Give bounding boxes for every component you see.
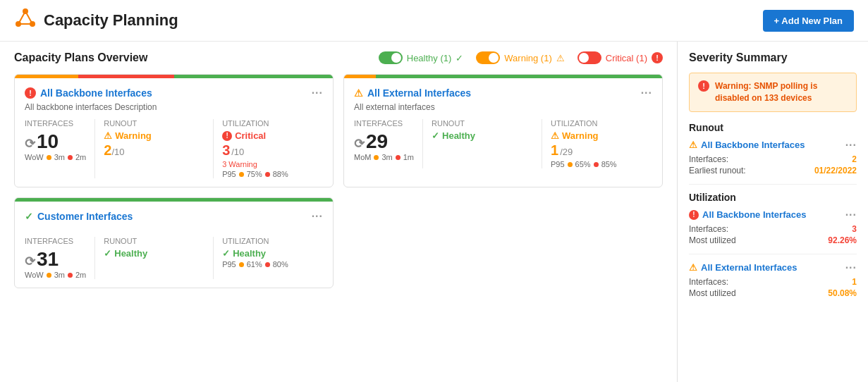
customer-runout-block: ✓ Healthy [104,248,204,259]
external-metrics: Interfaces ⟳ 29 MoM 3m 1m [354,119,652,168]
sev-runout-backbone-more[interactable]: ··· [845,139,857,152]
cust-iface-label: Interfaces [25,237,86,245]
ext-iface-label: Interfaces [354,119,414,128]
sev-util-backbone-iface-row: Interfaces: 3 [689,224,857,234]
status-warning-filter[interactable]: Warning (1) ⚠ [476,51,564,64]
backbone-title: ! All Backbone Interfaces [25,87,152,99]
right-panel: Severity Summary ! Warning: SNMP polling… [677,42,868,382]
sev-runout-backbone-header: ⚠ All Backbone Interfaces ··· [689,139,857,152]
dot-3m [47,155,51,160]
external-title: ⚠ All External Interfaces [354,87,471,99]
backbone-p95: P95 75% 88% [222,170,323,178]
sev-util-external-iface-row: Interfaces: 1 [689,277,857,287]
sev-util-external-util-value: 50.08% [828,288,857,298]
runout-warning-icon: ⚠ [104,130,112,141]
sev-util-external-title: ⚠ All External Interfaces [689,262,797,273]
ext-util-warning-icon: ⚠ [551,130,559,141]
backbone-util-label: Utilization [222,119,323,128]
backbone-runout-fraction: 2/10 [104,142,204,159]
external-runout-block: ✓ Healthy [432,130,533,141]
sev-util-backbone-more[interactable]: ··· [845,209,857,221]
main-content: Capacity Plans Overview Healthy (1) ✓ [0,42,868,382]
external-util-block: ⚠ Warning 1/29 P95 65% [551,130,652,168]
backbone-desc: All backbone interfaces Description [25,102,323,112]
util-critical-icon: ! [222,131,232,141]
dot-2m [68,155,73,160]
severity-runout-backbone: ⚠ All Backbone Interfaces ··· Interfaces… [689,139,857,185]
status-critical-filter[interactable]: Critical (1) ! [577,51,663,64]
cust-util-label: Utilization [222,237,323,245]
backbone-iface-value: ⟳ 10 [25,130,86,153]
alert-critical-icon: ! [698,80,709,92]
customer-metrics: Interfaces ⟳ 31 WoW 3m 2m [25,237,323,279]
cust-iface-value: ⟳ 31 [25,248,86,271]
card-backbone: ! All Backbone Interfaces ··· All backbo… [14,74,334,187]
healthy-toggle-knob [391,53,401,63]
overview-title: Capacity Plans Overview [14,51,147,64]
customer-title: ✓ Customer Interfaces [25,211,133,222]
sev-util-external-util-row: Most utilized 50.08% [689,288,857,298]
ext-p95-dot2 [594,162,599,167]
external-warning-icon: ⚠ [354,87,363,99]
logo-icon [14,7,37,34]
status-healthy-filter[interactable]: Healthy (1) ✓ [379,51,464,64]
sev-util-backbone-iface-value: 3 [852,224,857,234]
add-new-plan-button[interactable]: + Add New Plan [763,10,854,32]
status-filters: Healthy (1) ✓ Warning (1) ⚠ [379,51,663,64]
external-card-header: ⚠ All External Interfaces ··· [354,87,652,99]
warning-icon: ⚠ [556,53,565,63]
left-panel: Capacity Plans Overview Healthy (1) ✓ [0,42,677,382]
ext-bar-orange [344,75,376,78]
backbone-util-fraction: 3/10 [222,142,323,159]
alert-text: Warning: SNMP polling is disabled on 133… [715,80,848,104]
cust-dot-3m [47,273,51,278]
sev-util-backbone-header: ! All Backbone Interfaces ··· [689,209,857,221]
svg-line-3 [18,11,25,24]
backbone-runout-status: ⚠ Warning [104,130,204,141]
healthy-toggle[interactable] [379,51,403,64]
p95-dot1 [239,172,244,177]
cust-util-check-icon: ✓ [222,248,230,259]
warning-label: Warning (1) [504,53,551,63]
backbone-runout-label: Runout [104,119,204,128]
cust-p95-dot2 [265,262,270,267]
warning-toggle[interactable] [476,51,500,64]
customer-card-header: ✓ Customer Interfaces ··· [25,210,323,223]
cust-p95-dot1 [239,262,244,267]
ext-dot-1m [396,155,401,160]
cust-dot-2m [68,273,73,278]
ext-check-icon: ✓ [432,130,439,141]
customer-more-menu[interactable]: ··· [312,210,323,223]
severity-title: Severity Summary [689,51,857,64]
sev-util-external-header: ⚠ All External Interfaces ··· [689,261,857,274]
customer-runout-status: ✓ Healthy [104,248,204,259]
backbone-runout-block: ⚠ Warning 2/10 [104,130,204,159]
cust-bar-green [15,198,333,202]
backbone-more-menu[interactable]: ··· [312,87,323,99]
sev-util-external-more[interactable]: ··· [845,261,857,274]
customer-util-status: ✓ Healthy [222,248,323,259]
backbone-util-status: ! Critical [222,130,323,141]
sev-util-external-iface-value: 1 [852,277,857,287]
external-more-menu[interactable]: ··· [641,87,652,99]
backbone-util: Utilization ! Critical 3/10 3 Warning [222,119,323,178]
top-bar: Capacity Planning + Add New Plan [0,0,868,42]
cust-runout-label: Runout [104,237,204,245]
customer-interfaces: Interfaces ⟳ 31 WoW 3m 2m [25,237,95,279]
sev-util-backbone-util-value: 92.26% [828,235,857,245]
cust-runout-check-icon: ✓ [104,248,111,259]
customer-p95: P95 61% 80% [222,260,323,269]
page-title: Capacity Planning [44,11,178,30]
external-util: Utilization ⚠ Warning 1/29 P [551,119,652,168]
severity-alert: ! Warning: SNMP polling is disabled on 1… [689,73,857,112]
backbone-util-block: ! Critical 3/10 3 Warning P95 [222,130,323,178]
ext-bar-green [376,75,662,78]
section-header: Capacity Plans Overview Healthy (1) ✓ [14,51,663,64]
brand: Capacity Planning [14,7,178,34]
external-util-fraction: 1/29 [551,142,652,159]
critical-toggle[interactable] [577,51,601,64]
customer-util: Utilization ✓ Healthy P95 61% [222,237,323,279]
sev-runout-date-value: 01/22/2022 [814,166,857,175]
customer-progress-bar [15,198,333,202]
critical-toggle-knob [579,53,589,63]
